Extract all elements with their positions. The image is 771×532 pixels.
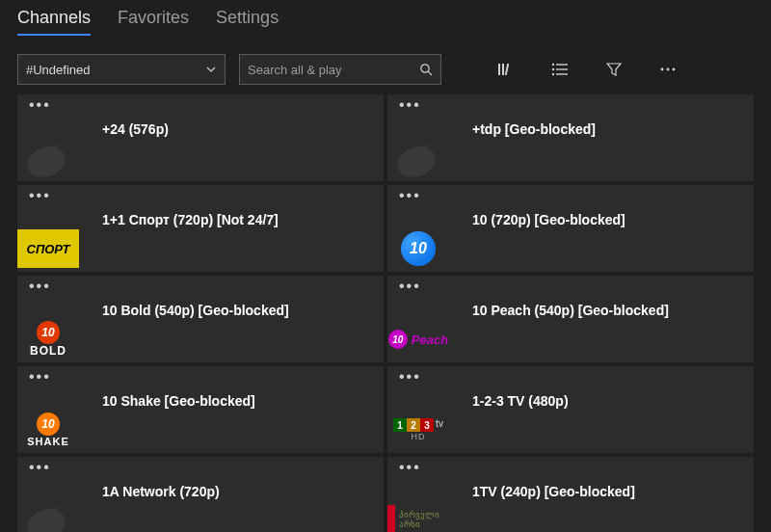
card-more-icon[interactable]: ••• <box>399 283 742 301</box>
svg-point-7 <box>552 68 554 70</box>
search-icon[interactable] <box>419 63 433 76</box>
channel-title: +24 (576p) <box>102 121 169 137</box>
channel-logo: 123tvHD <box>387 407 449 453</box>
channel-logo: 10SHAKE <box>17 407 79 453</box>
card-more-icon[interactable]: ••• <box>399 374 742 391</box>
channel-card[interactable]: •••1TV (240p) [Geo-blocked]პირველი არხი <box>387 457 754 532</box>
card-more-icon[interactable]: ••• <box>399 102 742 120</box>
card-more-icon[interactable]: ••• <box>399 193 742 210</box>
channel-card[interactable]: •••+tdp [Geo-blocked] <box>387 94 754 181</box>
svg-point-0 <box>421 65 429 72</box>
tab-channels[interactable]: Channels <box>17 8 91 36</box>
channel-card[interactable]: •••1A Network (720p) <box>17 457 384 532</box>
top-tabs: Channels Favorites Settings <box>0 0 771 40</box>
library-view-icon[interactable] <box>486 54 526 85</box>
card-more-icon[interactable]: ••• <box>29 193 372 210</box>
card-more-icon[interactable]: ••• <box>399 465 742 482</box>
svg-line-1 <box>428 71 432 75</box>
channel-card[interactable]: •••1-2-3 TV (480p)123tvHD <box>387 366 754 453</box>
svg-rect-10 <box>556 73 568 74</box>
channel-logo: 10Peach <box>387 316 449 362</box>
svg-point-12 <box>667 68 670 71</box>
channel-card[interactable]: •••10 Shake [Geo-blocked]10SHAKE <box>17 366 384 453</box>
channel-card[interactable]: •••10 Bold (540p) [Geo-blocked]10BOLD <box>17 276 384 362</box>
dish-icon <box>387 135 449 181</box>
tab-favorites[interactable]: Favorites <box>118 8 189 34</box>
svg-point-16 <box>393 142 439 181</box>
svg-point-5 <box>552 64 554 66</box>
channel-card[interactable]: •••1+1 Спорт (720p) [Not 24/7]СПОРТ <box>17 185 384 272</box>
dish-icon <box>17 497 79 532</box>
dish-icon <box>17 135 79 181</box>
channel-title: 1A Network (720p) <box>102 484 220 499</box>
channel-title: 1+1 Спорт (720p) [Not 24/7] <box>102 212 279 227</box>
channel-grid: •••+24 (576p)•••+tdp [Geo-blocked]•••1+1… <box>0 94 771 532</box>
category-selected-value: #Undefined <box>26 63 91 77</box>
toolbar: #Undefined <box>0 40 771 94</box>
channel-card[interactable]: •••+24 (576p) <box>17 94 384 181</box>
svg-point-18 <box>23 504 69 532</box>
card-more-icon[interactable]: ••• <box>29 374 372 391</box>
svg-rect-8 <box>556 68 568 69</box>
card-more-icon[interactable]: ••• <box>29 283 372 301</box>
channel-logo: 10 <box>387 226 449 272</box>
search-input[interactable] <box>248 63 412 77</box>
channel-card[interactable]: •••10 Peach (540p) [Geo-blocked]10Peach <box>387 276 754 362</box>
tab-settings[interactable]: Settings <box>216 8 279 34</box>
svg-rect-3 <box>502 64 504 75</box>
channel-card[interactable]: •••10 (720p) [Geo-blocked]10 <box>387 185 754 272</box>
filter-icon[interactable] <box>594 54 634 85</box>
card-more-icon[interactable]: ••• <box>29 102 372 120</box>
svg-rect-4 <box>505 64 509 75</box>
svg-rect-6 <box>556 64 568 65</box>
channel-title: 1-2-3 TV (480p) <box>472 393 569 409</box>
search-box[interactable] <box>239 54 441 85</box>
channel-logo: СПОРТ <box>17 226 79 272</box>
list-view-icon[interactable] <box>540 54 580 85</box>
svg-point-9 <box>552 73 554 75</box>
channel-logo: პირველი არხი <box>387 497 449 532</box>
svg-point-11 <box>661 68 664 71</box>
channel-title: 10 Shake [Geo-blocked] <box>102 393 255 409</box>
svg-rect-2 <box>498 64 500 75</box>
channel-logo: 10BOLD <box>17 316 79 362</box>
channel-title: 10 (720p) [Geo-blocked] <box>472 212 625 227</box>
channel-title: 10 Peach (540p) [Geo-blocked] <box>472 303 669 318</box>
category-select[interactable]: #Undefined <box>17 54 226 85</box>
svg-point-13 <box>673 68 676 71</box>
channel-title: +tdp [Geo-blocked] <box>472 121 596 137</box>
channel-title: 10 Bold (540p) [Geo-blocked] <box>102 303 289 318</box>
card-more-icon[interactable]: ••• <box>29 465 372 482</box>
chevron-down-icon <box>205 64 217 75</box>
more-icon[interactable] <box>648 54 688 85</box>
svg-point-14 <box>23 142 69 181</box>
channel-title: 1TV (240p) [Geo-blocked] <box>472 484 635 499</box>
